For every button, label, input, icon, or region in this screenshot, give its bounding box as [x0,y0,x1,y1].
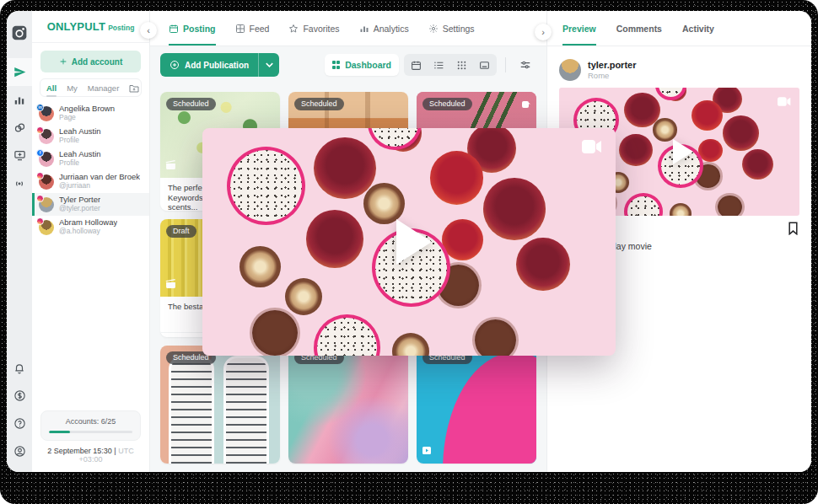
instagram-badge-icon [36,126,44,134]
grid-view-icon[interactable] [450,55,473,75]
account-row[interactable]: Leah Austin Profile [32,125,149,147]
account-row[interactable]: f Leah Austin Profile [32,147,149,170]
analytics-icon[interactable] [7,86,32,114]
instagram-logo-icon[interactable] [7,19,32,46]
add-publication-button[interactable]: Add Publication [160,53,279,77]
account-subtitle: @tyler.porter [59,205,100,213]
post-image-white-doors: Scheduled [160,346,280,464]
current-datetime: 2 September 15:30 | UTC +03:00 [32,445,149,472]
add-account-label: Add account [72,57,123,67]
preview-username: tyler.porter [588,60,636,71]
profile-icon[interactable] [7,437,32,465]
star-icon [288,24,299,34]
list-view-icon[interactable] [428,55,450,75]
post-image-blue-pink-wall: Scheduled [417,346,536,464]
play-icon[interactable] [396,219,432,265]
avatar: f [39,152,54,167]
notifications-icon[interactable] [7,354,32,382]
billing-icon[interactable] [7,382,32,410]
tab-comments[interactable]: Comments [616,11,662,46]
tab-all[interactable]: All [46,80,57,96]
plus-icon [59,57,67,66]
account-row[interactable]: in Angelika Brown Page [32,102,149,125]
publication-card[interactable]: Scheduled [160,346,280,464]
tab-activity[interactable]: Activity [682,11,714,46]
live-icon[interactable] [7,169,32,197]
account-row-selected[interactable]: Tyler Porter @tyler.porter [32,193,149,216]
posting-icon[interactable] [7,58,32,86]
fruit-graphic [306,210,364,268]
tab-favorites[interactable]: Favorites [288,11,339,46]
collapse-right-panel-button[interactable]: › [535,24,552,40]
multiposting-icon[interactable] [7,142,32,169]
video-preview-overlay[interactable] [202,128,616,356]
avatar [39,220,54,235]
chevron-down-icon[interactable] [259,53,279,77]
video-camera-icon [582,140,602,157]
instagram-badge-icon [36,195,44,202]
instagram-badge-icon [36,217,44,225]
add-account-button[interactable]: Add account [40,51,141,72]
groups-folder-icon[interactable] [129,83,139,93]
fruit-graphic [314,314,379,356]
fruit-graphic [363,183,405,224]
fruit-graphic [624,193,663,216]
publication-card[interactable]: Scheduled [288,346,408,464]
avatar [39,174,54,190]
fruit-graphic [624,93,660,127]
preview-tabs: Preview Comments Activity [547,11,811,46]
accounts-usage-label: Accounts: 6/25 [49,417,132,426]
publication-card[interactable]: Scheduled [417,346,536,464]
bookmark-icon[interactable] [787,222,799,235]
avatar [39,197,54,212]
toolbar-divider [505,57,506,72]
clapperboard-icon [165,158,176,173]
fruit-graphic [723,115,759,150]
fruit-graphic [285,278,322,315]
fruit-graphic [718,196,742,216]
tab-settings[interactable]: Settings [428,11,475,46]
board-view-icon[interactable] [473,55,496,75]
gear-icon [428,24,439,34]
view-controls: Dashboard [325,54,536,76]
account-list: in Angelika Brown Page Leah Austin Profi… [32,102,149,239]
tab-my[interactable]: My [67,80,78,96]
clapperboard-icon [165,276,176,292]
icon-rail [7,11,32,472]
main-tabs: Posting Feed Favorites Analytics Setting… [150,11,546,46]
tab-feed[interactable]: Feed [235,11,270,46]
dashboard-view-button[interactable]: Dashboard [325,54,399,76]
tab-posting[interactable]: Posting [169,11,216,46]
play-icon[interactable] [673,139,693,164]
datetime-text: 2 September 15:30 | [47,447,116,455]
preview-caption: day movie [611,241,799,251]
status-badge: Scheduled [294,98,344,110]
help-icon[interactable] [7,410,32,437]
account-row[interactable]: Jurriaan van der Broek @jurriaan [32,170,149,193]
tab-preview[interactable]: Preview [562,11,596,46]
filter-icon[interactable] [514,59,536,71]
accounts-usage-bar [49,431,132,433]
fruit-graphic [483,178,546,240]
preview-account-header: tyler.porter Rome [559,54,799,86]
calendar-icon [169,24,179,34]
plus-circle-icon [170,60,180,70]
fruit-graphic [227,147,305,225]
accounts-panel: ONLYPULT Posting Add account All My Mana… [32,11,150,472]
links-icon[interactable] [7,114,32,142]
fruit-graphic [239,246,281,287]
account-filter-tabs: All My Manager [40,78,142,97]
linkedin-badge-icon: in [36,104,44,111]
collapse-left-panel-button[interactable]: ‹ [140,22,157,39]
fruit-graphic [653,118,677,142]
fruit-graphic [475,319,516,356]
tab-manager[interactable]: Manager [88,80,120,96]
account-row[interactable]: Abram Holloway @a.holloway [32,216,149,239]
accounts-usage-fill [49,431,70,433]
tab-analytics[interactable]: Analytics [359,11,409,46]
feed-grid-icon [235,24,245,34]
post-image-paint-swirl: Scheduled [288,346,408,464]
toolbar: Add Publication Dashboard [150,46,546,83]
avatar [559,59,581,81]
calendar-view-icon[interactable] [405,55,428,75]
